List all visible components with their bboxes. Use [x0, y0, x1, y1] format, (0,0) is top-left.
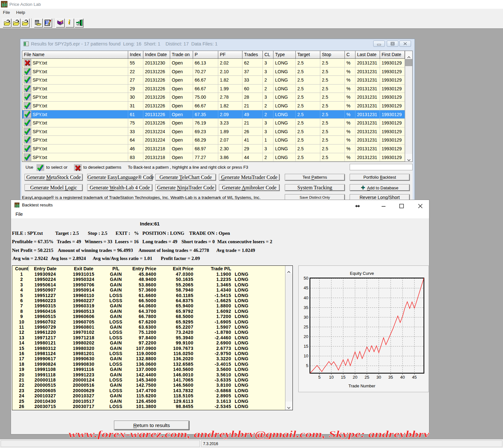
svg-text:45: 45 [304, 285, 308, 290]
svg-text:20: 20 [353, 375, 357, 380]
svg-text:Trade Number: Trade Number [348, 383, 375, 388]
svg-text:www.forex-warez.com, andreybbr: www.forex-warez.com, andreybbrv@gmail.co… [68, 429, 430, 439]
svg-text:15: 15 [341, 375, 345, 380]
svg-text:5: 5 [318, 375, 321, 380]
svg-text:30: 30 [304, 315, 308, 320]
svg-text:25: 25 [364, 375, 369, 380]
svg-text:20: 20 [304, 334, 308, 339]
svg-text:40: 40 [400, 375, 405, 380]
svg-text:40: 40 [304, 295, 308, 300]
svg-text:35: 35 [304, 305, 308, 310]
svg-text:Equity Curve: Equity Curve [350, 271, 374, 276]
svg-text:10: 10 [329, 375, 334, 380]
svg-text:35: 35 [388, 375, 393, 380]
svg-text:50: 50 [304, 276, 308, 281]
svg-text:10: 10 [304, 353, 308, 358]
svg-text:45: 45 [412, 375, 416, 380]
svg-text:25: 25 [304, 324, 308, 329]
svg-text:?: ? [60, 20, 63, 24]
svg-text:5: 5 [306, 363, 308, 368]
svg-text:30: 30 [376, 375, 381, 380]
svg-text:15: 15 [304, 344, 308, 349]
